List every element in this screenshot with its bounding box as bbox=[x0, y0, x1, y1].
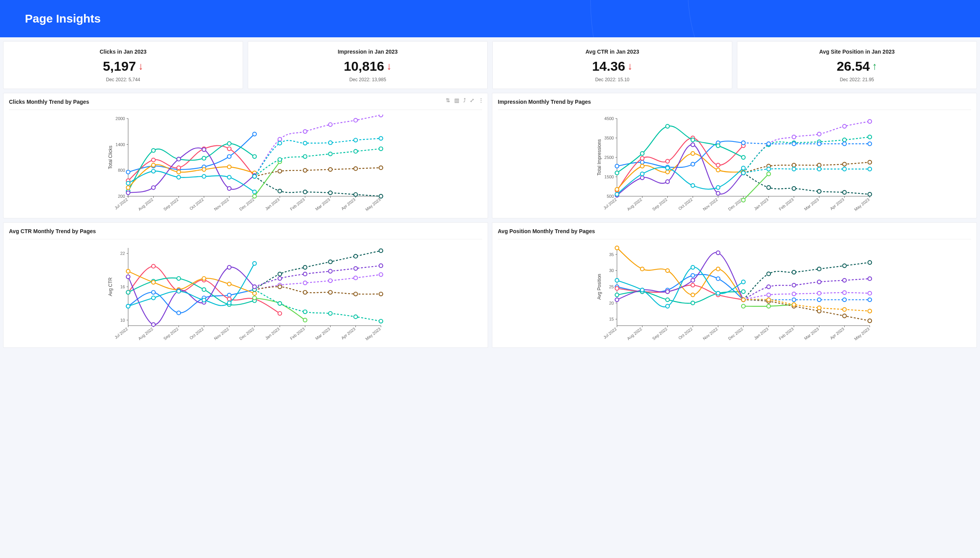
svg-point-402 bbox=[868, 319, 872, 323]
svg-point-191 bbox=[868, 160, 872, 164]
chart-impressions: Impression Monthly Trend by Pages 500150… bbox=[492, 93, 977, 218]
svg-text:22: 22 bbox=[120, 251, 125, 256]
svg-point-203 bbox=[868, 167, 872, 171]
svg-point-41 bbox=[177, 166, 181, 170]
svg-point-303 bbox=[354, 315, 358, 319]
svg-point-373 bbox=[691, 279, 695, 282]
svg-point-290 bbox=[253, 296, 257, 300]
svg-text:Dec 2022: Dec 2022 bbox=[238, 326, 255, 341]
svg-point-264 bbox=[228, 282, 231, 286]
svg-point-380 bbox=[716, 291, 720, 295]
svg-text:Aug 2022: Aug 2022 bbox=[137, 326, 154, 341]
svg-text:Total Impressions: Total Impressions bbox=[597, 139, 602, 175]
svg-point-143 bbox=[640, 157, 644, 160]
svg-point-76 bbox=[278, 138, 282, 141]
kpi-title: Impression in Jan 2023 bbox=[252, 49, 483, 55]
svg-point-201 bbox=[817, 167, 821, 171]
svg-point-300 bbox=[278, 302, 282, 305]
svg-point-70 bbox=[278, 189, 282, 193]
svg-text:Jan 2023: Jan 2023 bbox=[753, 197, 769, 211]
svg-text:Avg Position: Avg Position bbox=[597, 274, 602, 300]
svg-point-84 bbox=[278, 169, 282, 173]
svg-point-100 bbox=[379, 136, 383, 140]
svg-point-167 bbox=[640, 172, 644, 176]
svg-point-38 bbox=[253, 132, 257, 136]
svg-point-184 bbox=[742, 198, 746, 202]
svg-point-295 bbox=[303, 290, 307, 294]
svg-point-64 bbox=[152, 169, 156, 173]
chart-svg: 20080014002000Total ClicksJul 2022Aug 20… bbox=[9, 115, 482, 216]
svg-point-177 bbox=[868, 192, 872, 196]
svg-point-370 bbox=[615, 298, 619, 302]
svg-point-272 bbox=[126, 304, 130, 308]
svg-text:3500: 3500 bbox=[604, 136, 614, 140]
svg-point-281 bbox=[329, 260, 332, 264]
svg-point-91 bbox=[303, 155, 307, 159]
sort-icon[interactable]: ⇅ bbox=[446, 97, 450, 103]
chart-svg: 1520253035Avg PositionJul 2022Aug 2022Se… bbox=[498, 244, 971, 345]
svg-point-158 bbox=[716, 168, 720, 172]
svg-point-361 bbox=[691, 301, 695, 305]
svg-point-92 bbox=[329, 152, 332, 156]
svg-point-164 bbox=[716, 192, 720, 195]
svg-point-381 bbox=[742, 280, 746, 284]
svg-point-54 bbox=[202, 167, 206, 171]
svg-point-71 bbox=[303, 190, 307, 194]
svg-point-394 bbox=[742, 304, 746, 308]
svg-text:20: 20 bbox=[609, 301, 614, 305]
expand-icon[interactable]: ⤢ bbox=[470, 97, 474, 103]
svg-point-414 bbox=[868, 277, 872, 281]
svg-point-418 bbox=[817, 306, 821, 310]
svg-point-251 bbox=[228, 297, 231, 301]
arrow-down-icon: ↓ bbox=[387, 60, 392, 72]
svg-text:Jul 2022: Jul 2022 bbox=[602, 326, 618, 340]
svg-point-286 bbox=[303, 281, 307, 285]
svg-text:Nov 2022: Nov 2022 bbox=[213, 197, 230, 211]
svg-text:Oct 2022: Oct 2022 bbox=[677, 197, 693, 211]
svg-point-385 bbox=[817, 267, 821, 271]
svg-point-260 bbox=[126, 269, 130, 273]
chart-type-icon[interactable]: ▥ bbox=[454, 97, 459, 103]
svg-point-305 bbox=[253, 285, 257, 289]
page-header: Page Insights bbox=[0, 0, 980, 37]
export-icon[interactable]: ⤴ bbox=[463, 97, 466, 103]
kpi-value: 26.54 ↑ bbox=[836, 59, 877, 74]
svg-point-156 bbox=[666, 170, 670, 174]
svg-point-304 bbox=[379, 319, 383, 323]
svg-point-267 bbox=[152, 323, 156, 326]
svg-point-96 bbox=[278, 141, 282, 145]
svg-point-308 bbox=[329, 269, 332, 273]
svg-point-297 bbox=[354, 292, 358, 296]
svg-point-408 bbox=[868, 298, 872, 302]
svg-text:May 2023: May 2023 bbox=[853, 197, 870, 212]
svg-point-66 bbox=[202, 174, 206, 178]
svg-text:Mar 2023: Mar 2023 bbox=[803, 197, 819, 211]
svg-point-413 bbox=[843, 279, 847, 282]
svg-point-88 bbox=[379, 166, 383, 170]
svg-text:Nov 2022: Nov 2022 bbox=[213, 326, 230, 341]
svg-point-86 bbox=[329, 167, 332, 171]
svg-point-136 bbox=[615, 164, 619, 168]
svg-point-151 bbox=[691, 138, 695, 142]
svg-point-154 bbox=[615, 188, 619, 192]
svg-text:Feb 2023: Feb 2023 bbox=[778, 197, 794, 211]
svg-point-200 bbox=[792, 167, 796, 171]
svg-point-81 bbox=[253, 194, 257, 198]
svg-point-182 bbox=[843, 124, 847, 128]
svg-point-350 bbox=[716, 277, 720, 281]
chart-svg: 5001500250035004500Total ImpressionsJul … bbox=[498, 115, 971, 216]
chart-position: Avg Position Monthly Trend by Pages 1520… bbox=[492, 222, 977, 348]
svg-point-205 bbox=[767, 142, 771, 146]
svg-text:Feb 2023: Feb 2023 bbox=[289, 326, 305, 341]
svg-point-395 bbox=[767, 304, 771, 308]
svg-text:Sep 2022: Sep 2022 bbox=[651, 197, 668, 211]
svg-point-287 bbox=[329, 279, 332, 282]
svg-point-202 bbox=[843, 167, 847, 171]
svg-text:May 2023: May 2023 bbox=[364, 326, 382, 341]
kpi-prev: Dec 2022: 13,985 bbox=[252, 77, 483, 82]
more-icon[interactable]: ⋮ bbox=[478, 97, 484, 103]
svg-text:May 2023: May 2023 bbox=[853, 326, 870, 341]
kpi-value: 14.36 ↓ bbox=[592, 59, 632, 74]
svg-text:30: 30 bbox=[609, 268, 614, 273]
svg-point-355 bbox=[691, 283, 695, 287]
